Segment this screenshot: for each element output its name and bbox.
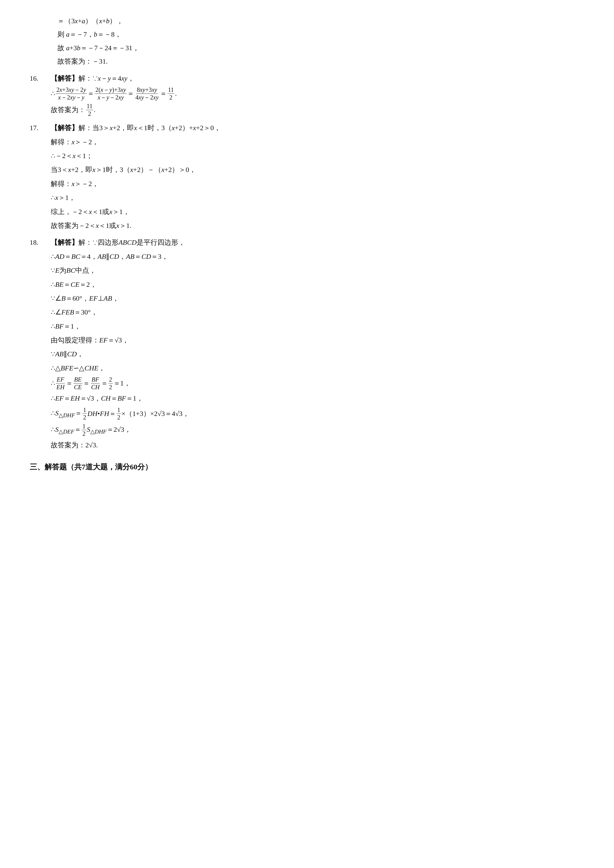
p18-area1: ∴S△DHF＝ 1 2 DH•FH＝ 1 2 ×（1+3）×2√3＝4√3，: [30, 406, 584, 421]
p18-l8: ∵AB∥CD，: [30, 348, 584, 360]
p17-l4: 解得：x＞－2，: [30, 178, 584, 190]
line-eq1: ＝（3x+a）（x+b），: [30, 15, 584, 27]
line-eq2: 则 a＝－7，b＝－8，: [30, 28, 584, 40]
p18-l5: ∴∠FEB＝30°，: [30, 306, 584, 318]
p18-l2: ∵E为BC中点，: [30, 264, 584, 277]
p16-label: 16.: [30, 72, 51, 85]
p17-l2: ∴－2＜x＜1；: [30, 150, 584, 162]
p16-main: 【解答】解：∵x－y＝4xy，: [51, 72, 134, 85]
line-eq3: 故 a+3b＝－7－24＝－31，: [30, 42, 584, 54]
p18-l6: ∴BF＝1，: [30, 320, 584, 333]
p18-answer: 故答案为：2√3.: [30, 439, 584, 451]
problem-16: 16. 【解答】解：∵x－y＝4xy， ∴ 2x+3xy－2y x－2xy－y …: [30, 72, 584, 118]
p18-l3: ∴BE＝CE＝2，: [30, 278, 584, 291]
line-eq4: 故答案为：－31.: [30, 55, 584, 68]
section3-title: 三、解答题（共7道大题，满分60分）: [30, 460, 584, 474]
p17-l6: 综上，－2＜x＜1或x＞1，: [30, 206, 584, 218]
p18-l10: ∴EF＝EH＝√3，CH＝BF＝1，: [30, 392, 584, 405]
p18-l7: 由勾股定理得：EF＝√3，: [30, 334, 584, 346]
p17-l3: 当3＜x+2，即x＞1时，3（x+2）－（x+2）＞0，: [30, 164, 584, 176]
p18-main: 【解答】解：∵四边形ABCD是平行四边形，: [51, 236, 185, 249]
p17-main: 【解答】解：当3＞x+2，即x＜1时，3（x+2）+x+2＞0，: [51, 122, 221, 134]
section3-label: 三、解答题（共7道大题，满分60分）: [30, 460, 584, 474]
p18-frac-line: ∴ EF EH ＝ BE CE ＝ BF CH ＝ 2 2 ＝1，: [30, 376, 584, 391]
p17-l1: 解得：x＞－2，: [30, 136, 584, 148]
problem-18: 18. 【解答】解：∵四边形ABCD是平行四边形， ∴AD＝BC＝4，AB∥CD…: [30, 236, 584, 451]
p17-l5: ∴x＞1，: [30, 192, 584, 204]
p18-l4: ∵∠B＝60°，EF⊥AB，: [30, 292, 584, 305]
p16-fraction-line: ∴ 2x+3xy－2y x－2xy－y ＝ 2(x－y)+3xy x－y－2xy…: [30, 86, 584, 101]
p17-label: 17.: [30, 122, 51, 134]
p16-answer: 故答案为： 11 2 .: [30, 102, 584, 117]
p17-answer: 故答案为－2＜x＜1或x＞1.: [30, 220, 584, 232]
p18-label: 18.: [30, 236, 51, 249]
page-content: ＝（3x+a）（x+b）， 则 a＝－7，b＝－8， 故 a+3b＝－7－24＝…: [30, 15, 584, 474]
p18-l9: ∴△BFE∽△CHE，: [30, 362, 584, 374]
p18-area2: ∴S△DEF＝ 1 2 S△DHF＝2√3，: [30, 423, 584, 437]
p18-l1: ∴AD＝BC＝4，AB∥CD，AB＝CD＝3，: [30, 250, 584, 263]
problem-17: 17. 【解答】解：当3＞x+2，即x＜1时，3（x+2）+x+2＞0， 解得：…: [30, 122, 584, 232]
